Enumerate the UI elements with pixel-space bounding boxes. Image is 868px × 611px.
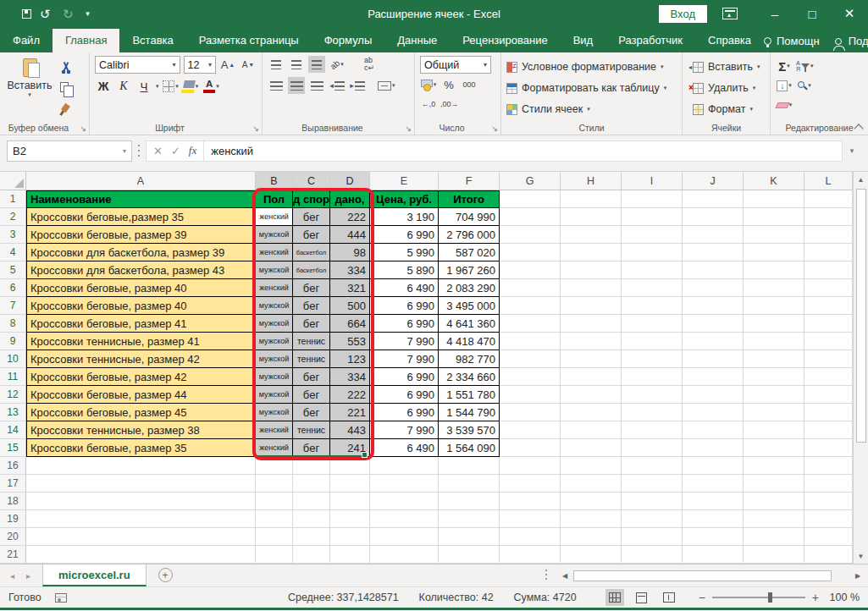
cell-C8[interactable]: бег (293, 315, 330, 333)
cell-D4[interactable]: 98 (330, 244, 370, 261)
tab-Разработчик[interactable]: Разработчик (605, 29, 695, 52)
row-header-3[interactable]: 3 (0, 226, 26, 244)
record-macro-icon[interactable] (55, 593, 67, 603)
cell-B12[interactable]: мужской (256, 386, 293, 404)
row-header-18[interactable]: 18 (0, 493, 26, 510)
cell-D13[interactable]: 221 (330, 404, 370, 421)
normal-view-button[interactable] (605, 589, 624, 606)
cell-C10[interactable]: теннис (293, 350, 330, 368)
cell-A21[interactable] (26, 546, 256, 564)
cell-A18[interactable] (26, 493, 256, 510)
cell-A9[interactable]: Кроссовки теннисные, размер 41 (26, 333, 256, 350)
cell-J9[interactable] (683, 333, 744, 350)
cell-D5[interactable]: 334 (330, 261, 370, 279)
cut-button[interactable] (58, 59, 75, 76)
clipboard-dialog-launcher-icon[interactable]: ↘ (80, 124, 86, 133)
cell-H20[interactable] (561, 528, 622, 546)
cancel-entry-icon[interactable]: ✕ (153, 145, 163, 157)
cell-A15[interactable]: Кроссовки беговые, размер 35 (26, 439, 256, 457)
cell-C5[interactable]: баскетбол (293, 261, 330, 279)
insert-cells-button[interactable]: Вставить▾ (693, 58, 760, 76)
cell-H18[interactable] (561, 493, 622, 510)
formula-bar-expand-icon[interactable]: ▾ (843, 140, 861, 162)
cell-F2[interactable]: 704 990 (439, 208, 500, 226)
cell-A11[interactable]: Кроссовки беговые, размер 42 (26, 368, 256, 386)
cell-D10[interactable]: 123 (330, 350, 370, 368)
clear-button[interactable]: ▾ (776, 96, 793, 113)
cell-L11[interactable] (804, 368, 853, 386)
tab-Разметка страницы[interactable]: Разметка страницы (186, 29, 312, 52)
cell-A5[interactable]: Кроссовки для баскетбола, размер 43 (26, 261, 256, 279)
column-header-I[interactable]: I (622, 172, 683, 190)
cell-K12[interactable] (744, 386, 804, 404)
cell-H9[interactable] (561, 333, 622, 350)
font-name-combo[interactable]: Calibri▾ (95, 56, 180, 74)
cell-E11[interactable]: 6 990 (370, 368, 439, 386)
cell-K3[interactable] (744, 226, 804, 244)
cell-H2[interactable] (561, 208, 622, 226)
row-header-8[interactable]: 8 (0, 315, 26, 333)
cell-C17[interactable] (293, 475, 330, 493)
column-header-L[interactable]: L (804, 172, 853, 190)
cell-J6[interactable] (683, 279, 744, 297)
font-size-combo[interactable]: 12▾ (184, 56, 216, 74)
select-all-corner[interactable] (0, 172, 26, 190)
alignment-dialog-launcher-icon[interactable]: ↘ (405, 124, 412, 133)
cell-I19[interactable] (622, 510, 683, 528)
cell-E18[interactable] (370, 493, 439, 510)
cell-K10[interactable] (744, 350, 804, 368)
underline-dropdown-icon[interactable]: ▾ (156, 83, 159, 90)
cell-F9[interactable]: 4 418 470 (439, 333, 500, 350)
borders-button[interactable]: ▾ (163, 78, 180, 95)
cell-G16[interactable] (500, 457, 561, 475)
cell-J20[interactable] (683, 528, 744, 546)
underline-button[interactable]: Ч (135, 78, 152, 95)
cell-K21[interactable] (744, 546, 804, 564)
cell-F18[interactable] (439, 493, 500, 510)
cell-K7[interactable] (744, 297, 804, 315)
cell-I20[interactable] (622, 528, 683, 546)
cell-D17[interactable] (330, 475, 370, 493)
cell-H8[interactable] (561, 315, 622, 333)
find-select-button[interactable]: ▾ (796, 77, 813, 94)
cell-styles-button[interactable]: Стили ячеек▾ (506, 100, 666, 118)
align-top-button[interactable] (268, 56, 285, 73)
cell-L14[interactable] (804, 421, 853, 439)
cell-K11[interactable] (744, 368, 804, 386)
cell-E17[interactable] (370, 475, 439, 493)
cell-E8[interactable]: 6 990 (370, 315, 439, 333)
align-left-button[interactable] (268, 77, 285, 94)
cell-H12[interactable] (561, 386, 622, 404)
cell-A10[interactable]: Кроссовки теннисные, размер 42 (26, 350, 256, 368)
zoom-in-icon[interactable]: + (812, 591, 819, 604)
tab-Справка[interactable]: Справка (695, 29, 764, 52)
row-header-4[interactable]: 4 (0, 244, 26, 261)
cell-G10[interactable] (500, 350, 561, 368)
cell-H1[interactable] (561, 190, 622, 208)
column-header-B[interactable]: B (256, 172, 293, 190)
cell-F12[interactable]: 1 551 780 (439, 386, 500, 404)
cell-J21[interactable] (683, 546, 744, 564)
cell-L16[interactable] (804, 457, 853, 475)
cell-D3[interactable]: 444 (330, 226, 370, 244)
cell-E5[interactable]: 5 890 (370, 261, 439, 279)
wrap-text-button[interactable]: abc↵ (361, 56, 378, 73)
fill-color-button[interactable]: ▾ (183, 78, 200, 95)
cell-J16[interactable] (683, 457, 744, 475)
cell-C3[interactable]: бег (293, 226, 330, 244)
cell-C1[interactable]: д спор (293, 190, 330, 208)
tab-Вставка[interactable]: Вставка (119, 29, 185, 52)
cell-B20[interactable] (256, 528, 293, 546)
align-middle-button[interactable] (288, 56, 305, 73)
row-header-15[interactable]: 15 (0, 439, 26, 457)
cell-G12[interactable] (500, 386, 561, 404)
customize-qat-button[interactable]: ▾ (86, 10, 90, 18)
row-header-12[interactable]: 12 (0, 386, 26, 404)
cell-J18[interactable] (683, 493, 744, 510)
cell-E21[interactable] (370, 546, 439, 564)
cell-B21[interactable] (256, 546, 293, 564)
format-as-table-button[interactable]: Форматировать как таблицу▾ (506, 79, 666, 97)
cell-C9[interactable]: теннис (293, 333, 330, 350)
cell-A13[interactable]: Кроссовки беговые, размер 45 (26, 404, 256, 421)
cell-H4[interactable] (561, 244, 622, 261)
